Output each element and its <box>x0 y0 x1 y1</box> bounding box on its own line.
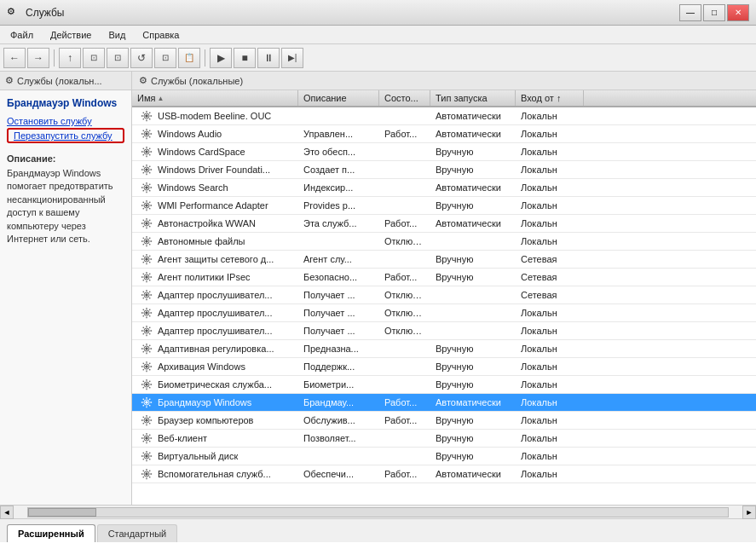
table-row[interactable]: Адаптер прослушивател...Получает ...Откл… <box>132 286 756 304</box>
col-header-startup[interactable]: Тип запуска <box>430 90 516 106</box>
col-header-status[interactable]: Состо... <box>379 90 430 106</box>
toolbar-btn-1[interactable]: ⊡ <box>83 48 105 68</box>
table-row[interactable]: Виртуальный дискВручнуюЛокальн <box>132 448 756 465</box>
svg-point-2 <box>145 132 148 136</box>
service-desc-cell: Позволяет... <box>298 431 379 445</box>
table-row[interactable]: Адаптивная регулировка...Предназна...Вру… <box>132 340 756 358</box>
service-status-cell: Работ... <box>379 413 430 427</box>
table-row[interactable]: Агент защиты сетевого д...Агент слу...Вр… <box>132 251 756 269</box>
left-panel-icon: ⚙ <box>5 75 14 86</box>
table-row[interactable]: Биометрическая служба...Биометри...Вручн… <box>132 376 756 394</box>
menu-help[interactable]: Справка <box>136 28 186 42</box>
table-row[interactable]: Вспомогательная служб...Обеспечи...Работ… <box>132 465 756 483</box>
table-row[interactable]: USB-modem Beeline. OUCАвтоматическиЛокал… <box>132 107 756 125</box>
service-status-cell <box>379 454 430 458</box>
service-status-cell <box>379 347 430 350</box>
service-status-cell: Работ... <box>379 127 430 141</box>
export-button[interactable]: ⊡ <box>154 48 176 68</box>
menu-file[interactable]: Файл <box>3 28 40 42</box>
window-title: Службы <box>26 7 64 19</box>
service-startup-cell: Вручную <box>430 360 516 373</box>
service-desc-cell: Получает ... <box>298 306 379 320</box>
col-header-login[interactable]: Вход от ↑ <box>516 90 584 106</box>
table-row[interactable]: Windows CardSpaceЭто обесп...ВручнуюЛока… <box>132 143 756 161</box>
col-header-desc[interactable]: Описание <box>298 90 379 106</box>
service-startup-cell <box>430 293 516 297</box>
service-status-cell: Отключена <box>379 234 430 248</box>
service-startup-cell: Вручную <box>430 431 516 445</box>
tab-standard[interactable]: Стандартный <box>97 524 178 542</box>
table-header: Имя ▲ Описание Состо... Тип запуска Вход… <box>132 90 756 107</box>
tab-extended[interactable]: Расширенный <box>7 524 95 542</box>
table-row[interactable]: Веб-клиентПозволяет...ВручнуюЛокальн <box>132 430 756 448</box>
pause-button[interactable]: ⏸ <box>257 48 280 68</box>
table-row[interactable]: Брандмауэр WindowsБрандмау...Работ...Авт… <box>132 394 756 412</box>
service-icon <box>140 360 153 373</box>
table-row[interactable]: Автономные файлыОтключенаЛокальн <box>132 233 756 251</box>
restart-toolbar-button[interactable]: ▶| <box>281 48 303 68</box>
table-row[interactable]: Windows Driver Foundati...Создает п...Вр… <box>132 161 756 179</box>
service-desc-cell: Это обесп... <box>298 145 379 159</box>
service-startup-cell: Вручную <box>430 378 516 391</box>
service-icon <box>140 431 153 445</box>
table-row[interactable]: Автонастройка WWANЭта служб...Работ...Ав… <box>132 215 756 233</box>
table-row[interactable]: Архивация WindowsПоддержк...ВручнуюЛокал… <box>132 358 756 376</box>
h-scroll-thumb[interactable] <box>28 508 96 517</box>
refresh-button[interactable]: ↺ <box>130 48 153 68</box>
forward-button[interactable]: → <box>27 48 49 68</box>
service-name-cell: Архивация Windows <box>132 358 298 375</box>
menu-view[interactable]: Вид <box>101 28 132 42</box>
service-desc-cell: Безопасно... <box>298 270 379 284</box>
h-scroll-track[interactable] <box>27 507 729 517</box>
service-name-cell: Браузер компьютеров <box>132 412 298 429</box>
service-login-cell: Локальн <box>516 306 584 320</box>
service-icon <box>140 378 153 391</box>
table-row[interactable]: Браузер компьютеровОбслужив...Работ...Вр… <box>132 412 756 430</box>
minimize-button[interactable]: — <box>679 4 701 21</box>
up-button[interactable]: ↑ <box>59 48 81 68</box>
service-name-cell: Агент политики IPsec <box>132 269 298 286</box>
table-row[interactable]: Адаптер прослушивател...Получает ...Откл… <box>132 322 756 340</box>
service-desc-cell: Provides p... <box>298 199 379 212</box>
table-row[interactable]: Windows SearchИндексир...АвтоматическиЛо… <box>132 179 756 197</box>
menu-action[interactable]: Действие <box>43 28 98 42</box>
table-row[interactable]: Windows AudioУправлен...Работ...Автомати… <box>132 125 756 143</box>
svg-point-24 <box>145 329 148 332</box>
toolbar: ← → ↑ ⊡ ⊡ ↺ ⊡ 📋 ▶ ■ ⏸ ▶| <box>0 44 756 72</box>
service-status-cell: Работ... <box>379 270 430 284</box>
svg-point-6 <box>145 168 148 171</box>
service-status-cell <box>379 365 430 368</box>
toolbar-btn-2[interactable]: ⊡ <box>107 48 129 68</box>
left-panel-header-text: Службы (локальн... <box>17 76 102 86</box>
horizontal-scrollbar[interactable]: ◄ ► <box>0 505 756 518</box>
right-panel-header: ⚙ Службы (локальные) <box>132 72 756 90</box>
svg-point-14 <box>145 240 148 243</box>
service-name-cell: Автономные файлы <box>132 233 298 250</box>
service-icon <box>140 181 153 194</box>
svg-point-30 <box>145 383 148 386</box>
back-button[interactable]: ← <box>3 48 26 68</box>
toolbar-separator-1 <box>54 49 55 66</box>
service-startup-cell: Автоматически <box>430 181 516 194</box>
svg-point-26 <box>145 347 148 350</box>
maximize-button[interactable]: □ <box>703 4 725 21</box>
h-scroll-right[interactable]: ► <box>742 506 756 519</box>
description-title: Описание: <box>0 147 131 167</box>
tab-bar: Расширенный Стандартный <box>0 518 756 542</box>
service-startup-cell: Вручную <box>430 252 516 266</box>
h-scroll-left[interactable]: ◄ <box>0 506 14 519</box>
restart-service-button[interactable]: Перезапустить службу <box>7 128 124 143</box>
svg-point-40 <box>145 472 148 476</box>
table-row[interactable]: Агент политики IPsecБезопасно...Работ...… <box>132 269 756 286</box>
play-button[interactable]: ▶ <box>210 48 232 68</box>
service-startup-cell <box>430 329 516 332</box>
properties-button[interactable]: 📋 <box>178 48 200 68</box>
stop-button[interactable]: ■ <box>234 48 256 68</box>
col-header-name[interactable]: Имя ▲ <box>132 90 298 106</box>
close-button[interactable]: ✕ <box>727 4 749 21</box>
service-status-cell <box>379 168 430 171</box>
table-row[interactable]: WMI Performance AdapterProvides p...Вруч… <box>132 197 756 215</box>
table-row[interactable]: Адаптер прослушивател...Получает ...Откл… <box>132 304 756 322</box>
stop-service-link[interactable]: Остановить службу <box>7 116 124 126</box>
service-icon <box>140 396 153 409</box>
